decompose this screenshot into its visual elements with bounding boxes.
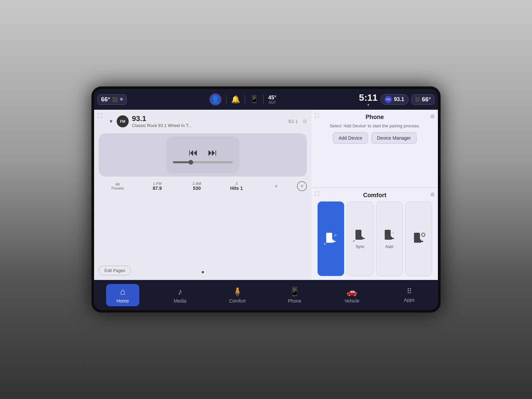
- temp-left-value: 66°: [101, 96, 110, 103]
- svg-rect-15: [420, 241, 423, 242]
- preset-all-label: All: [115, 182, 119, 186]
- radio-player: ⏮ ⏭: [166, 137, 239, 173]
- expand-icon-comfort[interactable]: ⛶: [315, 191, 319, 196]
- seat-4-icon: [410, 231, 427, 246]
- radio-header: ▼ FM 93.1 Classic Rock 93.1 Wheel In T..…: [99, 114, 307, 128]
- preset-3-label: 3: [235, 182, 237, 186]
- preset-2-label: 2-AM: [193, 182, 201, 186]
- user-icon[interactable]: 👤: [209, 93, 221, 105]
- preset-4-label: 4: [275, 184, 277, 188]
- transport-controls: ⏮ ⏭: [189, 147, 217, 158]
- svg-rect-5: [355, 230, 361, 237]
- outside-temp-value: 45°: [268, 95, 276, 101]
- home-icon: ⌂: [120, 287, 125, 297]
- svg-text:↙: ↙: [324, 241, 327, 245]
- phone-nav-icon: 📱: [289, 287, 300, 297]
- seat-button-entry-exit[interactable]: ↙ ↗: [318, 201, 344, 276]
- presets-row: All Presets 1-FM 87.9 2-AM 530 3 Hits 1: [99, 181, 307, 191]
- phone-panel: ⛶ ⊘ Phone Select 'Add Device' to start t…: [312, 110, 438, 188]
- next-track-button[interactable]: ⏭: [208, 147, 217, 158]
- outside-temp-label: OUT: [269, 101, 276, 104]
- prev-track-button[interactable]: ⏮: [189, 147, 198, 158]
- phone-subtitle: Select 'Add Device' to start the pairing…: [316, 123, 433, 128]
- temp-right-value: 66°: [422, 96, 431, 103]
- time-display: 5:11 ▼: [359, 92, 378, 107]
- page-dots: [202, 271, 204, 273]
- temp-right[interactable]: ⬛ 66°: [411, 94, 435, 105]
- comfort-seats: ↙ ↗: [316, 201, 433, 276]
- main-screen: 66° ⬛ ❄ 👤 🔔 📱 45° O: [94, 89, 438, 310]
- nav-item-vehicle[interactable]: 🚗 Vehicle: [335, 284, 368, 306]
- seek-bar[interactable]: [173, 161, 233, 163]
- time-value: 5:11: [359, 92, 378, 103]
- preset-2-freq: 530: [193, 186, 200, 191]
- phone-title: Phone: [316, 114, 433, 121]
- vehicle-icon: 🚗: [346, 287, 357, 297]
- comfort-icon: 🧍: [232, 287, 243, 297]
- notification-icon[interactable]: 🔔: [231, 95, 240, 104]
- svg-rect-2: [332, 241, 335, 242]
- device-manager-button[interactable]: Device Manager: [371, 132, 417, 144]
- seek-bar-fill: [173, 161, 191, 163]
- divider-1: [226, 94, 226, 104]
- nav-media-label: Media: [174, 298, 186, 304]
- more-icon-phone[interactable]: ⊘: [430, 113, 435, 119]
- expand-icon-radio[interactable]: ⛶: [97, 113, 102, 118]
- main-content: ⛶ ▼ FM 93.1 Classic Rock 93.1 Wheel In T…: [94, 110, 438, 280]
- nav-vehicle-label: Vehicle: [344, 298, 359, 304]
- phone-status-icon[interactable]: 📱: [250, 95, 259, 104]
- nav-home-label: Home: [116, 298, 129, 304]
- preset-3-freq: Hits 1: [230, 186, 243, 191]
- radio-freq-status: 93.1: [394, 96, 404, 102]
- seat-fan-icon-left: ❄: [120, 97, 123, 102]
- svg-rect-13: [414, 233, 420, 240]
- divider-3: [263, 94, 264, 104]
- svg-rect-11: [391, 238, 394, 239]
- preset-1-label: 1-FM: [153, 182, 162, 186]
- screen-bezel: 66° ⬛ ❄ 👤 🔔 📱 45° O: [91, 86, 441, 313]
- media-icon: ♪: [178, 287, 182, 297]
- seek-dot: [189, 160, 193, 165]
- expand-icon-phone[interactable]: ⛶: [315, 113, 319, 118]
- seat-button-auto[interactable]: → Auto: [376, 201, 403, 276]
- outside-temp: 45° OUT: [268, 95, 276, 104]
- nav-item-comfort[interactable]: 🧍 Comfort: [221, 284, 254, 306]
- nav-item-phone[interactable]: 📱 Phone: [278, 284, 311, 306]
- divider-2: [245, 94, 245, 104]
- dropdown-arrow: ▼: [109, 119, 113, 124]
- svg-rect-7: [361, 238, 365, 239]
- radio-panel: ⛶ ▼ FM 93.1 Classic Rock 93.1 Wheel In T…: [94, 110, 312, 280]
- preset-all[interactable]: All Presets: [99, 182, 136, 190]
- svg-text:↗: ↗: [333, 233, 337, 238]
- nav-item-apps[interactable]: ⠿ Apps: [393, 285, 426, 305]
- seat-heat-icon-left: ⬛: [112, 97, 118, 102]
- preset-3[interactable]: 3 Hits 1: [218, 182, 255, 191]
- nav-comfort-label: Comfort: [229, 298, 246, 304]
- nav-item-home[interactable]: ⌂ Home: [106, 284, 139, 306]
- radio-status-bar[interactable]: FM 93.1: [380, 94, 409, 105]
- preset-1[interactable]: 1-FM 87.9: [138, 182, 176, 191]
- more-icon-comfort[interactable]: ⊘: [430, 191, 435, 198]
- status-bar: 66° ⬛ ❄ 👤 🔔 📱 45° O: [94, 89, 438, 110]
- right-panels: ⛶ ⊘ Phone Select 'Add Device' to start t…: [312, 110, 438, 280]
- radio-freq-right: 93.1: [288, 118, 298, 124]
- add-device-button[interactable]: Add Device: [333, 132, 368, 144]
- nav-item-media[interactable]: ♪ Media: [163, 284, 197, 306]
- temp-left[interactable]: 66° ⬛ ❄: [97, 94, 127, 105]
- seat-sync-label: Sync: [356, 244, 365, 249]
- phone-buttons: Add Device Device Manager: [316, 132, 433, 144]
- preset-1-freq: 87.9: [153, 186, 162, 191]
- edit-pages-button[interactable]: Edit Pages: [99, 266, 131, 275]
- svg-point-16: [422, 233, 425, 236]
- seat-auto-label: Auto: [385, 244, 394, 249]
- seat-button-4[interactable]: [405, 201, 432, 276]
- preset-all-sub: Presets: [111, 186, 124, 190]
- preset-4[interactable]: 4: [257, 184, 295, 188]
- radio-station: Classic Rock 93.1 Wheel In T...: [132, 123, 192, 128]
- nav-bar: ⌂ Home ♪ Media 🧍 Comfort 📱 Phone 🚗 Vehic…: [94, 280, 438, 310]
- preset-2[interactable]: 2-AM 530: [178, 182, 215, 191]
- add-preset-button[interactable]: +: [297, 181, 307, 191]
- more-icon-radio[interactable]: ⊘: [303, 118, 307, 124]
- time-arrow: ▼: [367, 103, 370, 107]
- seat-button-sync[interactable]: ↙ Sync: [347, 201, 373, 276]
